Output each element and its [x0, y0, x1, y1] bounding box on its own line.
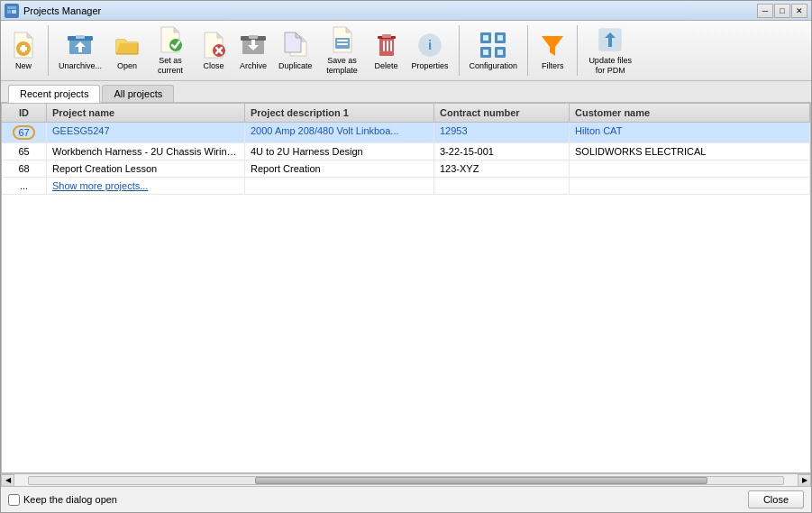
- svg-marker-5: [27, 32, 32, 38]
- id-badge-1: 67: [13, 125, 34, 140]
- col-header-id: ID: [2, 104, 47, 122]
- svg-rect-35: [337, 43, 348, 45]
- table-row[interactable]: 67 GEESG5247 2000 Amp 208/480 Volt Linkb…: [2, 123, 810, 143]
- cell-name-1: GEESG5247: [47, 123, 245, 142]
- open-button[interactable]: Open: [108, 23, 146, 78]
- svg-rect-41: [390, 41, 392, 51]
- keep-open-checkbox[interactable]: [8, 494, 20, 506]
- set-current-button[interactable]: Set ascurrent: [148, 23, 193, 78]
- svg-rect-40: [387, 41, 388, 51]
- scroll-thumb[interactable]: [255, 477, 707, 484]
- tab-all-projects[interactable]: All projects: [102, 85, 174, 102]
- cell-empty-3: [570, 178, 810, 194]
- window-icon: [5, 4, 19, 18]
- updatepdm-label: Update filesfor PDM: [588, 56, 632, 76]
- delete-label: Delete: [375, 61, 398, 71]
- svg-rect-34: [337, 40, 348, 41]
- table-header: ID Project name Project description 1 Co…: [2, 104, 810, 123]
- cell-id-2: 65: [2, 143, 47, 160]
- show-more-row[interactable]: ... Show more projects...: [2, 178, 810, 195]
- cell-contract-2: 3-22-15-001: [434, 143, 570, 160]
- svg-marker-28: [301, 36, 306, 41]
- unarchive-label: Unarchive...: [59, 61, 102, 71]
- updatepdm-icon: [596, 25, 625, 54]
- saveas-button[interactable]: Save astemplate: [319, 23, 366, 78]
- configuration-label: Configuration: [470, 61, 518, 71]
- table-row[interactable]: 65 Workbench Harness - 2U Chassis Wiring…: [2, 143, 810, 160]
- svg-rect-39: [383, 41, 385, 51]
- updatepdm-button[interactable]: Update filesfor PDM: [583, 23, 637, 78]
- scroll-left-button[interactable]: ◀: [1, 474, 14, 487]
- svg-marker-32: [346, 27, 351, 32]
- window-controls: ─ □ ✕: [757, 4, 807, 18]
- cell-empty-2: [434, 178, 570, 194]
- minimize-button[interactable]: ─: [757, 4, 773, 18]
- toolbar: New Unarchive... Ope: [1, 21, 811, 81]
- title-bar: Projects Manager ─ □ ✕: [1, 1, 811, 21]
- open-label: Open: [117, 61, 137, 71]
- tab-recent-projects[interactable]: Recent projects: [8, 85, 100, 103]
- close-dialog-button[interactable]: Close: [748, 490, 804, 508]
- svg-rect-2: [7, 10, 11, 14]
- sep1: [48, 25, 49, 76]
- tabs: Recent projects All projects: [1, 81, 811, 103]
- new-button[interactable]: New: [5, 23, 42, 78]
- scroll-track[interactable]: [28, 476, 784, 485]
- new-icon: [9, 31, 38, 60]
- col-header-contract: Contract number: [434, 104, 570, 122]
- properties-label: Properties: [412, 61, 449, 71]
- unarchive-button[interactable]: Unarchive...: [54, 23, 106, 78]
- cell-customer-2: SOLIDWORKS ELECTRICAL: [570, 143, 810, 160]
- svg-rect-3: [12, 10, 16, 14]
- window-close-button[interactable]: ✕: [791, 4, 807, 18]
- delete-icon: [372, 31, 401, 60]
- archive-button[interactable]: Archive: [234, 23, 272, 78]
- cell-dots: ...: [2, 178, 47, 194]
- filters-label: Filters: [542, 61, 564, 71]
- cell-contract-3: 123-XYZ: [434, 160, 570, 177]
- projects-manager-window: Projects Manager ─ □ ✕ New: [0, 0, 812, 513]
- sep2: [459, 25, 460, 76]
- filters-button[interactable]: Filters: [534, 23, 571, 78]
- table-body: 67 GEESG5247 2000 Amp 208/480 Volt Linkb…: [2, 123, 810, 472]
- saveas-icon: [328, 25, 357, 54]
- configuration-icon: [479, 31, 507, 60]
- close-project-label: Close: [204, 61, 224, 71]
- svg-marker-19: [217, 32, 223, 38]
- duplicate-icon: [281, 31, 310, 60]
- svg-rect-25: [249, 35, 258, 39]
- cell-id-3: 68: [2, 160, 47, 177]
- svg-marker-52: [542, 36, 563, 56]
- table-row[interactable]: 68 Report Creation Lesson Report Creatio…: [2, 160, 810, 178]
- delete-button[interactable]: Delete: [368, 23, 406, 78]
- scroll-right-button[interactable]: ▶: [798, 474, 811, 487]
- duplicate-label: Duplicate: [278, 61, 313, 71]
- cell-customer-1: Hilton CAT: [570, 123, 810, 142]
- svg-text:i: i: [428, 37, 432, 52]
- setcurrent-icon: [156, 25, 185, 54]
- svg-rect-8: [20, 47, 27, 50]
- col-header-name: Project name: [47, 104, 245, 122]
- svg-rect-50: [483, 50, 488, 55]
- close-project-button[interactable]: Close: [195, 23, 233, 78]
- keep-open-area: Keep the dialog open: [8, 494, 117, 506]
- cell-id-1: 67: [2, 123, 47, 142]
- new-label: New: [15, 61, 32, 71]
- maximize-button[interactable]: □: [774, 4, 790, 18]
- properties-button[interactable]: i Properties: [407, 23, 453, 78]
- cell-desc-2: 4U to 2U Harness Design: [245, 143, 434, 160]
- cell-customer-3: [570, 160, 810, 177]
- duplicate-button[interactable]: Duplicate: [274, 23, 317, 78]
- archive-label: Archive: [240, 61, 267, 71]
- cell-desc-3: Report Creation: [245, 160, 434, 177]
- cell-name-3: Report Creation Lesson: [47, 160, 245, 177]
- svg-rect-48: [483, 35, 488, 41]
- svg-rect-11: [76, 35, 85, 39]
- configuration-button[interactable]: Configuration: [465, 23, 523, 78]
- cell-contract-1: 12953: [434, 123, 570, 142]
- filters-icon: [538, 31, 567, 60]
- cell-name-2: Workbench Harness - 2U Chassis Wiring_65: [47, 143, 245, 160]
- cell-desc-1: 2000 Amp 208/480 Volt Linkboa...: [245, 123, 434, 142]
- window-title: Projects Manager: [23, 5, 757, 16]
- cell-empty-1: [245, 178, 434, 194]
